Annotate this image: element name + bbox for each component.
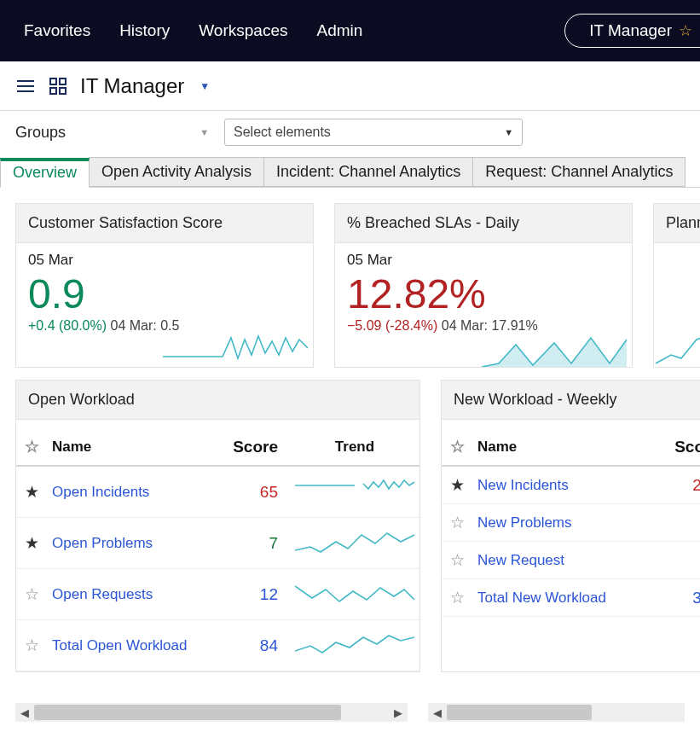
star-icon: ☆ (450, 438, 465, 456)
top-nav-items: Favorites History Workspaces Admin (24, 21, 362, 40)
row-link-total-new-workload[interactable]: Total New Workload (477, 590, 606, 606)
elements-placeholder: Select elements (234, 125, 331, 140)
star-icon[interactable]: ☆ (450, 551, 465, 569)
star-icon[interactable]: ☆ (450, 589, 465, 607)
nav-workspaces[interactable]: Workspaces (199, 21, 287, 40)
scroll-left-icon[interactable]: ◀ (15, 706, 34, 719)
row-score: 50 (669, 542, 700, 579)
col-favorite[interactable]: ☆ (16, 420, 47, 466)
row-score: 84 (228, 620, 290, 671)
col-name[interactable]: Name (472, 420, 669, 466)
sparkline (163, 329, 308, 367)
row-score: 65 (228, 466, 290, 518)
table-title: Open Workload (16, 381, 419, 420)
scroll-right-icon[interactable]: ▶ (389, 706, 408, 719)
grid-icon[interactable] (48, 76, 68, 96)
chevron-down-icon: ▼ (504, 127, 513, 137)
scroll-left-icon[interactable]: ◀ (428, 706, 447, 719)
table-row: ☆ New Problems 42 (442, 504, 700, 542)
sparkline (656, 329, 700, 367)
col-score[interactable]: Score (669, 420, 700, 466)
star-icon[interactable]: ★ (25, 534, 39, 552)
table-new-workload: New Workload - Weekly ☆ Name Score ★ New… (441, 380, 700, 672)
tab-overview[interactable]: Overview (0, 158, 90, 188)
row-score: 7 (228, 518, 290, 569)
nav-admin[interactable]: Admin (316, 21, 362, 40)
nav-history[interactable]: History (119, 21, 170, 40)
row-link-new-incidents[interactable]: New Incidents (477, 477, 569, 493)
chevron-down-icon: ▼ (200, 127, 209, 137)
page-title: IT Manager (80, 74, 184, 98)
star-icon[interactable]: ☆ (25, 636, 39, 654)
row-score: 42 (669, 504, 700, 542)
top-navbar: Favorites History Workspaces Admin IT Ma… (0, 0, 700, 61)
horizontal-scrollbar[interactable]: ◀ ▶ (15, 703, 408, 722)
tab-bar: Overview Open Activity Analysis Incident… (0, 157, 700, 188)
horizontal-scrollbar[interactable]: ◀ (428, 703, 685, 722)
table-header-row: ☆ Name Score Trend (16, 420, 419, 466)
nav-favorites[interactable]: Favorites (24, 21, 90, 40)
card-value: 0.9 (28, 274, 301, 315)
row-link-open-problems[interactable]: Open Problems (52, 535, 153, 551)
sparkline (295, 475, 414, 504)
star-icon[interactable]: ☆ (450, 514, 465, 532)
tab-request-channel[interactable]: Request: Channel Analytics (472, 157, 686, 187)
tables-row: Open Workload ☆ Name Score Trend ★ Open … (0, 380, 700, 672)
sparkline (295, 629, 414, 658)
elements-dropdown[interactable]: Select elements ▼ (224, 119, 523, 146)
page-header: IT Manager ▼ (0, 61, 700, 111)
col-favorite[interactable]: ☆ (442, 420, 472, 466)
table-row: ★ New Incidents 258 (442, 466, 700, 504)
col-name[interactable]: Name (47, 420, 228, 466)
table-row: ☆ Open Requests 12 (16, 569, 419, 620)
table-row: ☆ Total Open Workload 84 (16, 620, 419, 671)
card-date: 05 Mar (347, 252, 620, 269)
svg-rect-1 (60, 78, 66, 84)
scroll-thumb[interactable] (447, 705, 592, 720)
card-title: Planned (654, 204, 700, 243)
chevron-down-icon[interactable]: ▼ (200, 80, 210, 92)
table-title: New Workload - Weekly (442, 381, 700, 420)
role-selector[interactable]: IT Manager ☆ (564, 14, 700, 48)
table-row: ★ Open Problems 7 (16, 518, 419, 569)
tab-open-activity[interactable]: Open Activity Analysis (89, 157, 264, 187)
filter-bar: Groups ▼ Select elements ▼ (0, 111, 700, 154)
col-trend[interactable]: Trend (290, 420, 419, 466)
svg-rect-3 (60, 88, 66, 94)
svg-rect-0 (50, 78, 56, 84)
groups-label: Groups (15, 124, 66, 142)
scroll-thumb[interactable] (34, 705, 341, 720)
tab-incident-channel[interactable]: Incident: Channel Analytics (263, 157, 473, 187)
row-link-new-request[interactable]: New Request (477, 552, 564, 568)
card-title: % Breached SLAs - Daily (335, 204, 632, 243)
metric-cards-row: Customer Satisfaction Score 05 Mar 0.9 +… (0, 188, 700, 380)
table-row: ☆ New Request 50 (442, 542, 700, 579)
star-icon[interactable]: ★ (25, 483, 39, 501)
sparkline (295, 578, 414, 607)
card-csat: Customer Satisfaction Score 05 Mar 0.9 +… (15, 203, 314, 368)
table-open-workload: Open Workload ☆ Name Score Trend ★ Open … (15, 380, 420, 672)
sparkline (482, 329, 627, 367)
row-link-open-incidents[interactable]: Open Incidents (52, 484, 149, 500)
row-score: 350 (669, 579, 700, 617)
col-score[interactable]: Score (228, 420, 290, 466)
row-link-total-open-workload[interactable]: Total Open Workload (52, 637, 187, 654)
row-score: 12 (228, 569, 290, 620)
star-icon: ☆ (679, 21, 692, 40)
card-planned: Planned (653, 203, 700, 368)
card-value: 12.82% (347, 274, 620, 315)
table-row: ★ Open Incidents 65 (16, 466, 419, 518)
star-icon[interactable]: ☆ (25, 585, 39, 603)
row-link-open-requests[interactable]: Open Requests (52, 586, 153, 602)
scrollbars-row: ◀ ▶ ◀ (0, 672, 700, 730)
card-title: Customer Satisfaction Score (16, 204, 313, 243)
sparkline (295, 526, 414, 555)
row-link-new-problems[interactable]: New Problems (477, 514, 572, 531)
star-icon[interactable]: ★ (450, 476, 465, 494)
hamburger-icon[interactable] (15, 76, 36, 96)
table-row: ☆ Total New Workload 350 (442, 579, 700, 617)
role-label: IT Manager (589, 21, 672, 40)
card-breached-sla: % Breached SLAs - Daily 05 Mar 12.82% −5… (334, 203, 633, 368)
star-icon: ☆ (25, 438, 39, 456)
groups-dropdown[interactable]: ▼ (81, 127, 209, 137)
